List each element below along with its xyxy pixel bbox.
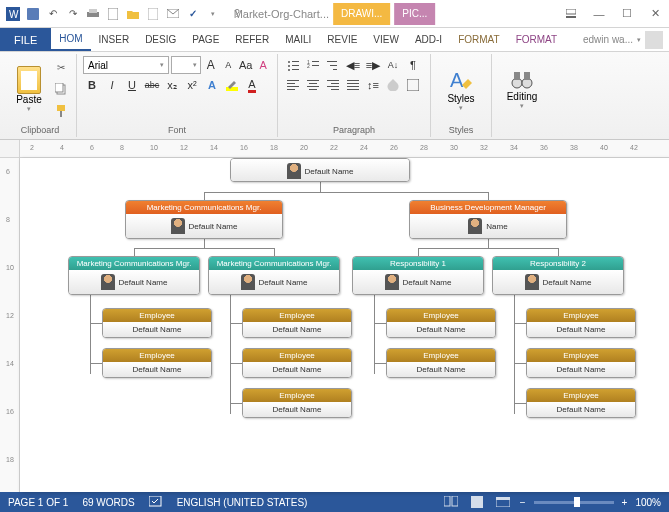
word-icon[interactable]: W <box>4 5 22 23</box>
org-box-top[interactable]: Default Name <box>230 158 410 182</box>
copy-icon[interactable] <box>52 80 70 98</box>
tab-mailings[interactable]: MAILI <box>277 28 319 51</box>
minimize-button[interactable]: — <box>585 3 613 25</box>
zoom-thumb[interactable] <box>574 497 580 507</box>
file-tab[interactable]: FILE <box>0 28 51 51</box>
font-size-combo[interactable]: ▾ <box>171 56 201 74</box>
tab-references[interactable]: REFER <box>227 28 277 51</box>
zoom-in-button[interactable]: + <box>622 497 628 508</box>
page-canvas[interactable]: Default Name Marketing Communications Mg… <box>20 158 669 492</box>
status-language[interactable]: ENGLISH (UNITED STATES) <box>177 497 308 508</box>
org-box-employee[interactable]: EmployeeDefault Name <box>386 308 496 338</box>
font-color-icon[interactable]: A <box>243 76 261 94</box>
zoom-slider[interactable] <box>534 501 614 504</box>
underline-button[interactable]: U <box>123 76 141 94</box>
sort-icon[interactable]: A↓ <box>384 56 402 74</box>
save-icon[interactable] <box>24 5 42 23</box>
italic-button[interactable]: I <box>103 76 121 94</box>
qat-customize-icon[interactable]: ▾ <box>204 5 222 23</box>
org-box-l3c[interactable]: Responsibility 1 Default Name <box>352 256 484 295</box>
tab-addins[interactable]: ADD-I <box>407 28 450 51</box>
cut-icon[interactable]: ✂ <box>52 58 70 76</box>
print-icon[interactable] <box>84 5 102 23</box>
tab-review[interactable]: REVIE <box>319 28 365 51</box>
align-center-icon[interactable] <box>304 76 322 94</box>
email-icon[interactable] <box>164 5 182 23</box>
web-layout-icon[interactable] <box>494 495 512 509</box>
undo-icon[interactable]: ↶ <box>44 5 62 23</box>
org-box-employee[interactable]: EmployeeDefault Name <box>526 348 636 378</box>
status-words[interactable]: 69 WORDS <box>82 497 134 508</box>
open-icon[interactable] <box>124 5 142 23</box>
org-box-employee[interactable]: EmployeeDefault Name <box>242 388 352 418</box>
close-button[interactable]: ✕ <box>641 3 669 25</box>
tab-picture-format[interactable]: FORMAT <box>508 28 565 51</box>
format-painter-icon[interactable] <box>52 102 70 120</box>
org-box-l3b[interactable]: Marketing Communications Mgr. Default Na… <box>208 256 340 295</box>
bullets-icon[interactable] <box>284 56 302 74</box>
tab-insert[interactable]: INSER <box>91 28 138 51</box>
org-box-l2a[interactable]: Marketing Communications Mgr. Default Na… <box>125 200 283 239</box>
proofing-icon[interactable] <box>149 496 163 508</box>
ribbon-options-icon[interactable] <box>557 3 585 25</box>
org-box-l3d[interactable]: Responsibility 2 Default Name <box>492 256 624 295</box>
superscript-button[interactable]: x² <box>183 76 201 94</box>
strike-button[interactable]: abc <box>143 76 161 94</box>
horizontal-ruler[interactable]: 24681012141618202224262830323436384042 <box>20 140 669 157</box>
ruler-tick: 18 <box>6 456 14 463</box>
org-box-employee[interactable]: EmployeeDefault Name <box>102 308 212 338</box>
org-box-employee[interactable]: EmployeeDefault Name <box>526 388 636 418</box>
tab-design[interactable]: DESIG <box>137 28 184 51</box>
clear-format-icon[interactable]: A <box>256 56 272 74</box>
highlight-icon[interactable] <box>223 76 241 94</box>
editing-button[interactable]: Editing ▾ <box>498 56 546 122</box>
context-tab-drawing[interactable]: DRAWI... <box>333 3 390 25</box>
font-name-combo[interactable]: Arial▾ <box>83 56 169 74</box>
subscript-button[interactable]: x₂ <box>163 76 181 94</box>
print-layout-icon[interactable] <box>468 495 486 509</box>
tab-home[interactable]: HOM <box>51 28 90 51</box>
spelling-icon[interactable]: ✓ <box>184 5 202 23</box>
user-area[interactable]: edwin wa... ▾ <box>577 28 669 51</box>
bold-button[interactable]: B <box>83 76 101 94</box>
shrink-font-icon[interactable]: A <box>220 56 236 74</box>
change-case-icon[interactable]: Aa <box>238 56 254 74</box>
print-preview-icon[interactable] <box>104 5 122 23</box>
org-box-employee[interactable]: EmployeeDefault Name <box>526 308 636 338</box>
zoom-out-button[interactable]: − <box>520 497 526 508</box>
grow-font-icon[interactable]: A <box>203 56 219 74</box>
align-left-icon[interactable] <box>284 76 302 94</box>
justify-icon[interactable] <box>344 76 362 94</box>
tab-page-layout[interactable]: PAGE <box>184 28 227 51</box>
line-spacing-icon[interactable]: ↕≡ <box>364 76 382 94</box>
org-box-employee[interactable]: EmployeeDefault Name <box>102 348 212 378</box>
increase-indent-icon[interactable]: ≡▶ <box>364 56 382 74</box>
borders-icon[interactable] <box>404 76 422 94</box>
org-box-l2b[interactable]: Business Development Manager Name <box>409 200 567 239</box>
new-icon[interactable] <box>144 5 162 23</box>
read-mode-icon[interactable] <box>442 495 460 509</box>
tab-drawing-format[interactable]: FORMAT <box>450 28 507 51</box>
font-name-value: Arial <box>88 60 108 71</box>
numbering-icon[interactable]: 12 <box>304 56 322 74</box>
tab-view[interactable]: VIEW <box>365 28 407 51</box>
maximize-button[interactable]: ☐ <box>613 3 641 25</box>
show-marks-icon[interactable]: ¶ <box>404 56 422 74</box>
align-right-icon[interactable] <box>324 76 342 94</box>
org-box-employee[interactable]: EmployeeDefault Name <box>242 348 352 378</box>
redo-icon[interactable]: ↷ <box>64 5 82 23</box>
multilevel-icon[interactable] <box>324 56 342 74</box>
org-box-employee[interactable]: EmployeeDefault Name <box>386 348 496 378</box>
org-title: Employee <box>103 309 211 322</box>
text-effects-icon[interactable]: A <box>203 76 221 94</box>
shading-icon[interactable] <box>384 76 402 94</box>
styles-button[interactable]: A Styles ▾ <box>437 56 485 122</box>
context-tab-picture[interactable]: PIC... <box>394 3 435 25</box>
decrease-indent-icon[interactable]: ◀≡ <box>344 56 362 74</box>
zoom-level[interactable]: 100% <box>635 497 661 508</box>
status-page[interactable]: PAGE 1 OF 1 <box>8 497 68 508</box>
org-box-l3a[interactable]: Marketing Communications Mgr. Default Na… <box>68 256 200 295</box>
org-box-employee[interactable]: EmployeeDefault Name <box>242 308 352 338</box>
vertical-ruler[interactable]: 681012141618 <box>0 158 20 492</box>
paste-button[interactable]: Paste ▾ <box>10 56 48 122</box>
